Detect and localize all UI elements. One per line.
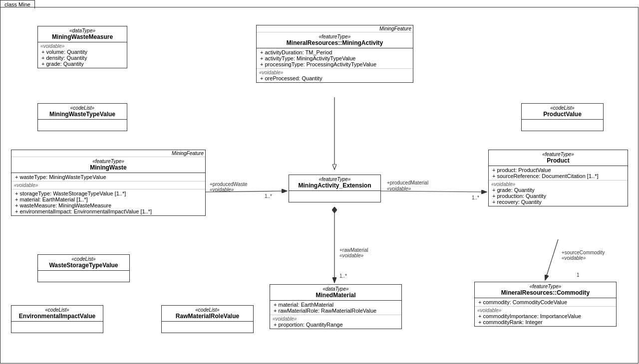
box-header-waste-storage-type-value: «codeList» WasteStorageTypeValue: [38, 255, 129, 271]
box-mining-waste: MiningFeature «featureType» MiningWaste …: [11, 150, 206, 216]
box-product-value: «codeList» ProductValue: [521, 103, 604, 131]
box-header-mining-waste-type-value: «codeList» MiningWasteTypeValue: [38, 104, 127, 120]
box-raw-material-role-value: «codeList» RawMaterialRoleValue: [161, 305, 254, 333]
box-header-raw-material-role-value: «codeList» RawMaterialRoleValue: [162, 306, 253, 322]
box-mining-activity-extension: «featureType» MiningActivity_Extension: [289, 175, 381, 202]
box-mined-material: «dataType» MinedMaterial + material: Ear…: [270, 284, 402, 329]
box-environmental-impact-value: «codeList» EnvironmentalImpactValue: [11, 305, 103, 333]
box-header-commodity: «featureType» MineralResources::Commodit…: [475, 282, 616, 298]
box-mining-activity: MiningFeature «featureType» MineralResou…: [256, 25, 413, 83]
box-header-mining-activity: «featureType» MineralResources::MiningAc…: [257, 32, 413, 48]
diagram-container: class Mine «dataType» MiningWasteMeasure…: [0, 0, 639, 364]
box-waste-storage-type-value: «codeList» WasteStorageTypeValue: [37, 254, 130, 282]
box-header-environmental-impact-value: «codeList» EnvironmentalImpactValue: [11, 306, 103, 322]
box-mining-waste-measure: «dataType» MiningWasteMeasure «voidable»…: [37, 26, 127, 68]
box-mining-waste-type-value: «codeList» MiningWasteTypeValue: [37, 103, 127, 131]
box-product: «featureType» Product + product: Product…: [488, 150, 628, 206]
box-header-mining-activity-extension: «featureType» MiningActivity_Extension: [289, 175, 380, 191]
box-header-product-value: «codeList» ProductValue: [522, 104, 603, 120]
box-commodity: «featureType» MineralResources::Commodit…: [474, 282, 617, 327]
box-header-mining-waste-measure: «dataType» MiningWasteMeasure: [38, 26, 127, 42]
box-header-mining-waste: «featureType» MiningWaste: [11, 157, 205, 173]
section: «voidable» + volume: Quantity + density:…: [38, 42, 127, 68]
box-header-mined-material: «dataType» MinedMaterial: [270, 285, 401, 301]
box-header-product: «featureType» Product: [489, 150, 628, 166]
